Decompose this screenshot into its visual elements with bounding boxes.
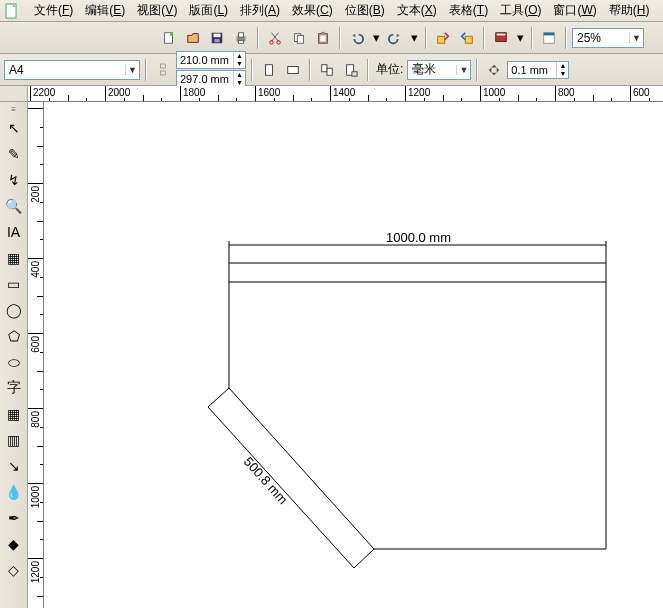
separator (476, 59, 478, 81)
menu-t[interactable]: 表格(T) (443, 1, 494, 19)
units-label: 单位: (374, 61, 405, 78)
text-tool[interactable]: 字 (2, 376, 26, 400)
app-launcher-drop[interactable]: ▾ (514, 27, 526, 49)
property-bar: ▼ ▲▼ ▲▼ 单位: ▼ ▲▼ (0, 54, 663, 86)
table-tool[interactable]: ▦ (2, 402, 26, 426)
ruler-corner (0, 86, 28, 102)
down-arrow-icon[interactable]: ▼ (556, 70, 568, 78)
svg-rect-27 (322, 64, 327, 71)
chevron-down-icon[interactable]: ▼ (456, 65, 470, 75)
app-document-icon (4, 3, 20, 19)
copy-button[interactable] (288, 27, 310, 49)
page-size-combo[interactable]: ▼ (4, 60, 140, 80)
separator (251, 59, 253, 81)
app-launcher-button[interactable] (490, 27, 512, 49)
up-arrow-icon[interactable]: ▲ (233, 52, 245, 60)
page-dim-icon (152, 56, 174, 84)
menu-e[interactable]: 编辑(E) (79, 1, 131, 19)
page-size-input[interactable] (5, 63, 125, 77)
menu-h[interactable]: 帮助(H) (603, 1, 656, 19)
up-arrow-icon[interactable]: ▲ (233, 71, 245, 79)
open-button[interactable] (182, 27, 204, 49)
separator (425, 27, 427, 49)
svg-rect-18 (465, 36, 472, 43)
menu-x[interactable]: 文本(X) (391, 1, 443, 19)
toolbox-flyout-icon[interactable]: ≡ (2, 104, 26, 114)
svg-rect-20 (497, 33, 506, 35)
nudge-spinner[interactable]: ▲▼ (507, 61, 569, 79)
menu-l[interactable]: 版面(L) (183, 1, 234, 19)
svg-line-37 (354, 549, 374, 568)
connector-tool[interactable]: ↘ (2, 454, 26, 478)
fill-tool[interactable]: ◆ (2, 532, 26, 556)
freehand-tool[interactable]: IA (2, 220, 26, 244)
smartfill-tool[interactable]: ▦ (2, 246, 26, 270)
separator (309, 59, 311, 81)
redo-button[interactable] (384, 27, 406, 49)
interactivefill-tool[interactable]: ◇ (2, 558, 26, 582)
separator (145, 59, 147, 81)
menu-c[interactable]: 效果(C) (286, 1, 339, 19)
redo-drop[interactable]: ▾ (408, 27, 420, 49)
cut-button[interactable] (264, 27, 286, 49)
drawing-canvas[interactable]: 1000.0 mm 500.8 mm (44, 102, 663, 608)
svg-rect-30 (352, 71, 357, 75)
rectangle-tool[interactable]: ▭ (2, 272, 26, 296)
svg-rect-28 (327, 68, 332, 75)
eyedropper-tool[interactable]: 💧 (2, 480, 26, 504)
chevron-down-icon[interactable]: ▼ (125, 65, 139, 75)
dimension-tool[interactable]: ▥ (2, 428, 26, 452)
svg-rect-8 (238, 32, 243, 36)
menu-w[interactable]: 窗口(W) (547, 1, 602, 19)
page-width-spinner[interactable]: ▲▼ (176, 51, 246, 69)
basicshapes-tool[interactable]: ⬭ (2, 350, 26, 374)
nudge-input[interactable] (508, 64, 556, 76)
units-input[interactable] (408, 63, 456, 77)
menu-a[interactable]: 排列(A) (234, 1, 286, 19)
paste-button[interactable] (312, 27, 334, 49)
chevron-down-icon[interactable]: ▼ (629, 33, 643, 43)
pick-tool[interactable]: ↖ (2, 116, 26, 140)
welcome-button[interactable] (538, 27, 560, 49)
menu-o[interactable]: 工具(O) (494, 1, 547, 19)
import-button[interactable] (432, 27, 454, 49)
horizontal-ruler[interactable]: 2200200018001600140012001000800600 (28, 86, 663, 102)
polygon-tool[interactable]: ⬠ (2, 324, 26, 348)
undo-drop[interactable]: ▾ (370, 27, 382, 49)
menu-b[interactable]: 位图(B) (339, 1, 391, 19)
svg-rect-15 (320, 35, 325, 41)
menu-f[interactable]: 文件(F) (28, 1, 79, 19)
ellipse-tool[interactable]: ◯ (2, 298, 26, 322)
zoom-input[interactable] (573, 31, 629, 45)
svg-rect-9 (238, 40, 243, 43)
allpages-button[interactable] (316, 59, 338, 81)
page-width-input[interactable] (177, 54, 233, 66)
outline-tool[interactable]: ✒ (2, 506, 26, 530)
svg-rect-22 (544, 32, 555, 35)
up-arrow-icon[interactable]: ▲ (556, 62, 568, 70)
units-combo[interactable]: ▼ (407, 60, 471, 80)
svg-line-36 (208, 388, 229, 407)
portrait-button[interactable] (258, 59, 280, 81)
menu-v[interactable]: 视图(V) (131, 1, 183, 19)
svg-point-3 (170, 32, 174, 36)
zoom-tool[interactable]: 🔍 (2, 194, 26, 218)
down-arrow-icon[interactable]: ▼ (233, 60, 245, 68)
vertical-ruler[interactable]: 20040060080010001200 (28, 102, 44, 608)
print-button[interactable] (230, 27, 252, 49)
separator (483, 27, 485, 49)
page-height-input[interactable] (177, 73, 233, 85)
save-button[interactable] (206, 27, 228, 49)
undo-button[interactable] (346, 27, 368, 49)
shape-tool[interactable]: ✎ (2, 142, 26, 166)
currentpage-button[interactable] (340, 59, 362, 81)
dimension-top-label: 1000.0 mm (386, 230, 451, 245)
svg-rect-25 (266, 64, 273, 75)
separator (257, 27, 259, 49)
crop-tool[interactable]: ↯ (2, 168, 26, 192)
toolbox: ≡ ↖ ✎ ↯ 🔍 IA ▦ ▭ ◯ ⬠ ⬭ 字 ▦ ▥ ↘ 💧 ✒ ◆ ◇ (0, 102, 28, 608)
export-button[interactable] (456, 27, 478, 49)
new-button[interactable] (158, 27, 180, 49)
zoom-combo[interactable]: ▼ (572, 28, 644, 48)
landscape-button[interactable] (282, 59, 304, 81)
